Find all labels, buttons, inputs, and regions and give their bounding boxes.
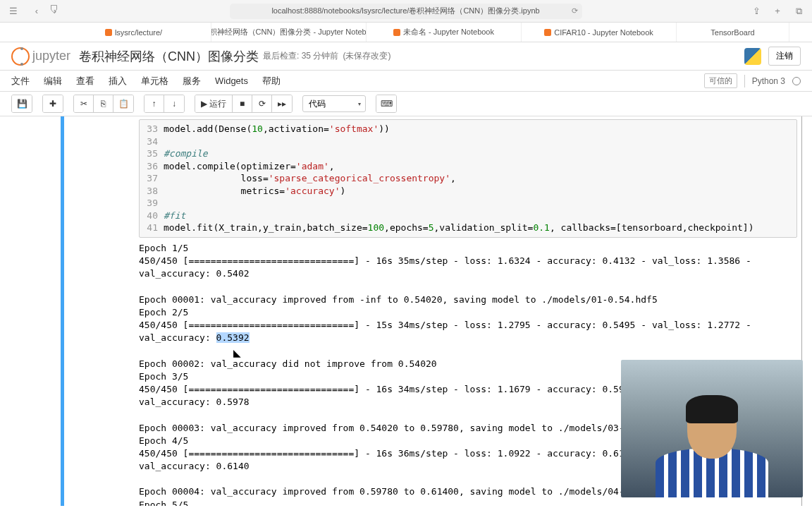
command-palette-button[interactable]: ⌨ [376,95,396,112]
browser-tab-strip: lsysrc/lecture/ 卷积神经网络（CNN）图像分类 - Jupyte… [0,23,812,42]
jupyter-logo-icon [11,47,30,66]
toolbar: 💾 ✚ ✂ ⎘ 📋 ↑ ↓ ▶ 运行 ■ ⟳ ▸▸ 代码 ⌨ [0,92,812,116]
browser-tab[interactable]: 未命名 - Jupyter Notebook [367,23,522,42]
line-number: 37 [140,172,164,185]
checkpoint-status: 最后检查: 35 分钟前 [263,50,338,62]
menu-file[interactable]: 文件 [11,75,30,87]
sidebar-toggle-icon[interactable]: ☰ [7,5,20,18]
code-line: model.compile(optimizer='adam', [164,160,335,173]
move-down-button[interactable]: ↓ [164,95,184,112]
share-icon[interactable]: ⇪ [750,5,763,18]
restart-run-all-button[interactable]: ▸▸ [272,95,292,112]
line-number: 41 [140,222,164,234]
cell-type-select[interactable]: 代码 [302,95,366,112]
code-line: model.add(Dense(10,activation='softmax')… [164,123,390,135]
menu-help[interactable]: 帮助 [262,75,281,87]
move-up-button[interactable]: ↑ [144,95,164,112]
code-line: #fit [164,210,185,222]
url-text: localhost:8888/notebooks/lsysrc/lecture/… [271,6,539,16]
browser-tab[interactable]: 卷积神经网络（CNN）图像分类 - Jupyter Notebook [211,23,367,42]
run-button[interactable]: ▶ 运行 [195,95,233,112]
line-number: 40 [140,210,164,222]
shield-icon[interactable]: ⛉ [47,4,60,16]
cut-button[interactable]: ✂ [74,95,94,112]
code-line: metrics='accuracy') [164,185,345,198]
line-number: 33 [140,123,164,135]
notebook-title[interactable]: 卷积神经网络（CNN）图像分类 [79,48,259,65]
save-button[interactable]: 💾 [12,95,32,112]
code-line: loss='sparse_categorical_crossentropy', [164,172,456,185]
browser-chrome: ☰ ‹ › ⛉ localhost:8888/notebooks/lsysrc/… [0,0,812,23]
line-number: 35 [140,147,164,160]
insert-cell-button[interactable]: ✚ [43,95,63,112]
code-editor[interactable]: 33model.add(Dense(10,activation='softmax… [139,119,797,238]
kernel-name[interactable]: Python 3 [752,76,785,86]
new-tab-icon[interactable]: + [771,5,784,18]
menu-cell[interactable]: 单元格 [141,75,168,87]
browser-tab[interactable]: lsysrc/lecture/ [56,23,211,42]
menu-kernel[interactable]: 服务 [183,75,201,87]
tabs-overview-icon[interactable]: ⧉ [792,5,805,18]
notebook-header: jupyter 卷积神经网络（CNN）图像分类 最后检查: 35 分钟前 (未保… [0,42,812,71]
refresh-icon[interactable]: ⟳ [572,6,578,16]
interrupt-button[interactable]: ■ [233,95,252,112]
menu-edit[interactable]: 编辑 [44,75,62,87]
menu-insert[interactable]: 插入 [109,75,127,87]
logout-button[interactable]: 注销 [768,47,801,66]
menubar: 文件 编辑 查看 插入 单元格 服务 Widgets 帮助 可信的 Python… [0,71,812,92]
python-logo-icon [744,48,761,65]
back-button[interactable]: ‹ [30,5,43,18]
line-number: 39 [140,197,164,210]
browser-tab[interactable]: CIFAR10 - Jupyter Notebook [522,23,677,42]
copy-button[interactable]: ⎘ [94,95,113,112]
paste-button[interactable]: 📋 [113,95,133,112]
browser-tab[interactable]: TensorBoard [677,23,789,42]
url-bar[interactable]: localhost:8888/notebooks/lsysrc/lecture/… [230,4,582,19]
presenter-figure [659,392,765,497]
restart-button[interactable]: ⟳ [252,95,272,112]
code-line: model.fit(X_train,y_train,batch_size=100… [164,222,754,234]
autosave-status: (未保存改变) [343,50,390,62]
jupyter-favicon-icon [393,29,400,36]
menu-widgets[interactable]: Widgets [215,75,248,86]
jupyter-logo[interactable]: jupyter [11,47,70,66]
trusted-indicator[interactable]: 可信的 [704,73,737,88]
line-number: 38 [140,185,164,198]
code-line: #compile [164,147,208,160]
line-number: 36 [140,160,164,173]
menu-view[interactable]: 查看 [76,75,94,87]
kernel-status-icon [792,77,801,85]
input-prompt [64,116,135,506]
webcam-overlay [621,360,803,497]
jupyter-favicon-icon [544,29,551,36]
jupyter-favicon-icon [105,29,112,36]
line-number: 34 [140,135,164,148]
